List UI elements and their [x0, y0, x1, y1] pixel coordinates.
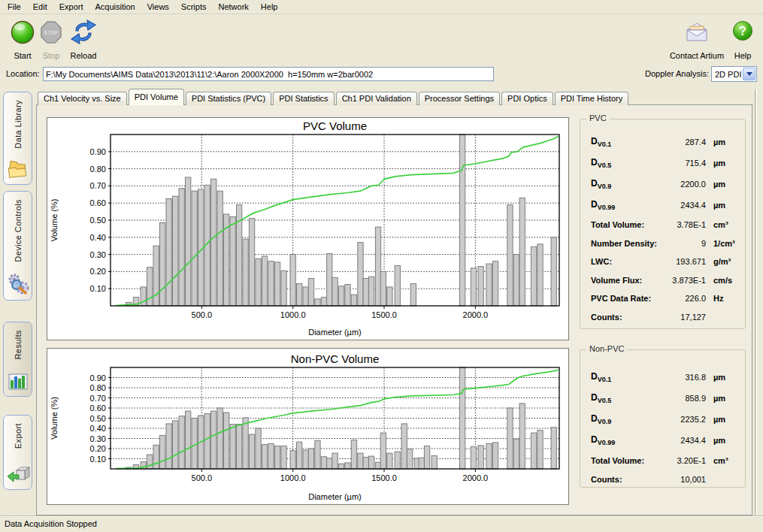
svg-text:1500.0: 1500.0 — [371, 473, 397, 482]
pvc-stats-group: PVC DV0.1 287.4 µm DV0.5 715.4 µm DV0.9 … — [580, 119, 746, 329]
svg-text:0.60: 0.60 — [90, 404, 106, 413]
stat-value: 10,001 — [658, 475, 706, 484]
tab-pdi-volume[interactable]: PDI Volume — [129, 89, 184, 105]
stat-row-dv05: DV0.5 715.4 µm — [591, 153, 739, 174]
svg-text:Diameter (µm): Diameter (µm) — [308, 492, 362, 501]
location-input[interactable] — [43, 67, 494, 81]
svg-text:0.90: 0.90 — [90, 147, 106, 156]
svg-text:0.30: 0.30 — [90, 250, 106, 259]
start-icon — [10, 20, 35, 45]
tab-pdi-optics[interactable]: PDI Optics — [501, 92, 553, 105]
stat-unit: µm — [706, 201, 739, 210]
menu-item-views[interactable]: Views — [141, 1, 175, 13]
pvc-volume-chart: 0.100.200.300.400.500.600.700.800.90500.… — [47, 117, 569, 340]
stat-unit: µm — [706, 373, 739, 382]
reload-button-label: Reload — [71, 51, 97, 60]
start-button-label: Start — [14, 51, 31, 60]
stat-unit: µm — [706, 159, 739, 168]
sidebar-item-device-controls[interactable]: Device Controls — [3, 191, 32, 301]
menu-item-export[interactable]: Export — [53, 1, 89, 13]
stat-value: 17,127 — [658, 313, 706, 322]
stat-row-volume-flux: Volume Flux: 3.873E-1 cm/s — [591, 271, 739, 290]
stat-label: DV0.9 — [591, 413, 658, 425]
dropdown-arrow-icon[interactable] — [743, 68, 755, 80]
menu-bar: File Edit Export Acquisition Views Scrip… — [0, 0, 763, 14]
tab-pdi-statistics-pvc[interactable]: PDI Statistics (PVC) — [186, 92, 271, 105]
non-pvc-group-legend: Non-PVC — [586, 344, 627, 353]
toolbar: Start STOP Stop Reload — [0, 14, 763, 63]
stat-value: 287.4 — [658, 138, 706, 147]
stat-value: 2200.0 — [658, 180, 706, 189]
pvc-volume-chart-svg: 0.100.200.300.400.500.600.700.800.90500.… — [47, 118, 568, 340]
svg-text:0.70: 0.70 — [90, 394, 106, 403]
sidebar-item-results[interactable]: Results — [3, 322, 32, 397]
stat-label: DV0.5 — [591, 392, 658, 404]
tab-strip: Ch1 Velocity vs. Size PDI Volume PDI Sta… — [38, 89, 752, 105]
start-button[interactable]: Start — [6, 18, 39, 62]
non-pvc-stats-group: Non-PVC DV0.1 316.8 µm DV0.5 858.9 µm DV… — [580, 349, 746, 488]
svg-text:0.50: 0.50 — [90, 414, 106, 423]
stat-label: Counts: — [591, 313, 658, 322]
panel-divider — [755, 89, 757, 515]
stat-label: DV0.1 — [591, 136, 658, 148]
menu-item-acquisition[interactable]: Acquisition — [89, 1, 141, 13]
svg-text:1000.0: 1000.0 — [280, 310, 306, 319]
tab-ch1-velocity-vs-size[interactable]: Ch1 Velocity vs. Size — [38, 92, 127, 105]
stat-unit: µm — [706, 180, 739, 189]
svg-text:0.50: 0.50 — [90, 216, 106, 225]
stat-row-dv09: DV0.9 2200.0 µm — [591, 174, 739, 195]
contact-artium-button[interactable]: Contact Artium — [665, 18, 729, 62]
help-button[interactable]: ? Help — [729, 18, 756, 62]
tab-pdi-statistics[interactable]: PDI Statistics — [273, 92, 334, 105]
tab-ch1-pdi-validation[interactable]: Ch1 PDI Validation — [336, 92, 417, 105]
sidebar-item-data-library[interactable]: Data Library — [3, 92, 32, 185]
stat-row-counts: Counts: 10,001 — [591, 470, 739, 488]
non-pvc-volume-chart-svg: 0.100.200.300.400.500.600.700.800.90500.… — [47, 349, 568, 504]
svg-text:Volume (%): Volume (%) — [50, 397, 59, 440]
doppler-analysis-label: Doppler Analysis: — [645, 69, 709, 78]
svg-text:STOP: STOP — [44, 30, 59, 35]
svg-text:1500.0: 1500.0 — [371, 310, 397, 319]
svg-text:0.10: 0.10 — [90, 455, 106, 464]
svg-text:Volume (%): Volume (%) — [50, 199, 59, 242]
stat-unit: µm — [706, 415, 739, 424]
stat-label: Volume Flux: — [591, 276, 658, 285]
stat-value: 858.9 — [658, 394, 706, 403]
sidebar-data-library-label: Data Library — [14, 100, 23, 149]
stat-value: 9 — [658, 239, 706, 248]
contact-artium-label: Contact Artium — [670, 51, 724, 60]
svg-text:Diameter (µm): Diameter (µm) — [308, 328, 362, 337]
svg-text:1000.0: 1000.0 — [280, 473, 306, 482]
stat-row-number-density: Number Density: 9 1/cm³ — [591, 234, 739, 253]
sidebar-results-label: Results — [14, 330, 23, 359]
stat-row-dv099: DV0.99 2434.4 µm — [591, 430, 739, 451]
stat-row-total-volume: Total Volume: 3.20E-1 cm³ — [591, 451, 739, 470]
stat-value: 316.8 — [658, 373, 706, 382]
tab-processor-settings[interactable]: Processor Settings — [419, 92, 500, 105]
status-bar: Data Acquisition Stopped — [0, 515, 763, 532]
stat-value: 2235.2 — [658, 415, 706, 424]
svg-text:0.20: 0.20 — [90, 267, 106, 276]
menu-item-help[interactable]: Help — [255, 1, 284, 13]
stat-unit: g/m³ — [706, 257, 739, 266]
menu-item-scripts[interactable]: Scripts — [175, 1, 213, 13]
menu-item-network[interactable]: Network — [212, 1, 254, 13]
stat-label: DV0.99 — [591, 199, 658, 211]
doppler-analysis-value: 2D PDI — [712, 70, 743, 79]
svg-text:2000.0: 2000.0 — [463, 473, 489, 482]
svg-text:500.0: 500.0 — [192, 310, 213, 319]
svg-text:PVC Volume: PVC Volume — [303, 119, 367, 132]
sidebar-item-export[interactable]: Export — [3, 415, 32, 490]
stat-unit: cm³ — [706, 456, 739, 465]
reload-button[interactable]: Reload — [65, 18, 102, 62]
tab-pdi-time-history[interactable]: PDI Time History — [555, 92, 629, 105]
location-label: Location: — [6, 69, 40, 78]
menu-item-file[interactable]: File — [2, 1, 27, 13]
stat-unit: µm — [706, 138, 739, 147]
menu-item-edit[interactable]: Edit — [27, 1, 53, 13]
svg-text:Non-PVC Volume: Non-PVC Volume — [291, 352, 380, 365]
stat-unit: µm — [706, 394, 739, 403]
doppler-analysis-select[interactable]: 2D PDI — [711, 66, 757, 82]
stat-row-lwc: LWC: 193.671 g/m³ — [591, 252, 739, 271]
stop-button[interactable]: STOP Stop — [36, 18, 66, 62]
